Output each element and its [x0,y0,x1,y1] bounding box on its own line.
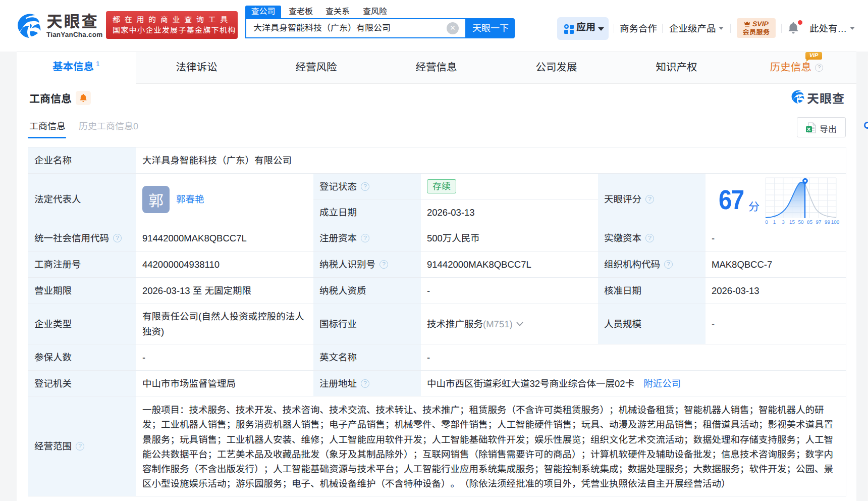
svg-text:1: 1 [773,220,776,225]
svg-text:50: 50 [798,220,804,225]
svg-text:97: 97 [816,220,822,225]
svg-text:100: 100 [831,220,840,225]
svg-text:15: 15 [789,220,795,225]
svg-text:99: 99 [825,220,830,225]
svg-text:85: 85 [807,220,812,225]
svg-text:0: 0 [765,220,768,225]
svg-text:3: 3 [782,220,785,225]
